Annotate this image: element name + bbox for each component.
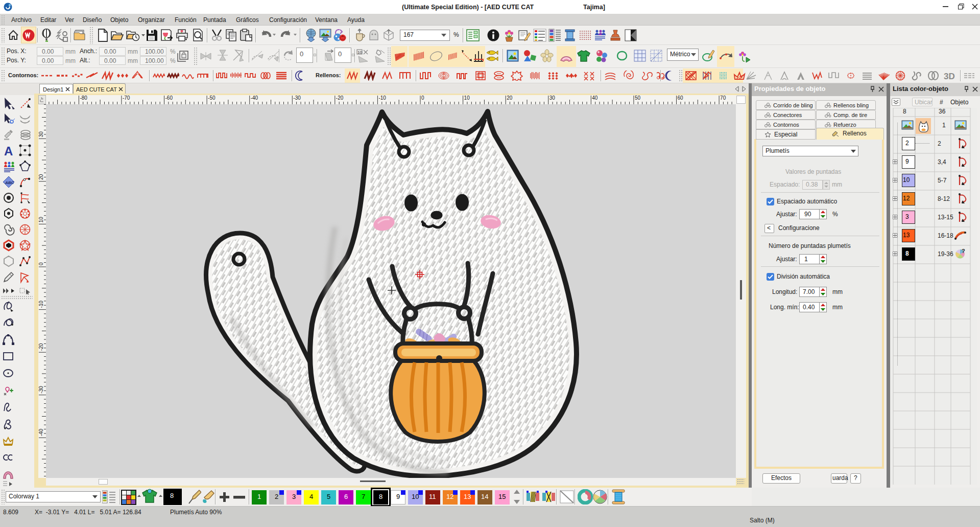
svg-text:40: 40 [592,95,598,101]
svg-text:-50: -50 [208,95,216,101]
svg-text:-10: -10 [378,95,386,101]
svg-text:-80: -80 [80,95,87,101]
svg-text:30: 30 [549,95,556,101]
svg-text:70: 70 [720,95,726,101]
svg-text:20: 20 [38,174,44,180]
svg-text:-40: -40 [38,428,44,436]
svg-text:3D: 3D [944,72,955,81]
svg-text:20: 20 [507,95,513,101]
svg-text:-70: -70 [123,95,130,101]
svg-text:-20: -20 [336,95,344,101]
svg-text:50: 50 [635,95,641,101]
svg-text:10: 10 [38,217,44,223]
svg-text:10: 10 [464,95,470,101]
svg-text:-10: -10 [38,301,44,308]
svg-text:-30: -30 [293,95,301,101]
svg-text:A: A [4,144,13,157]
svg-text:0: 0 [38,262,44,265]
svg-text:60: 60 [678,95,684,101]
svg-text:-60: -60 [165,95,173,101]
svg-text:ABC: ABC [5,180,14,185]
svg-text:-40: -40 [251,95,258,101]
svg-text:-30: -30 [38,386,44,394]
svg-text:0: 0 [421,95,424,101]
svg-text:?: ? [962,248,965,254]
svg-text:-20: -20 [38,343,44,351]
svg-text:10: 10 [357,50,362,55]
svg-text:30: 30 [38,131,44,138]
